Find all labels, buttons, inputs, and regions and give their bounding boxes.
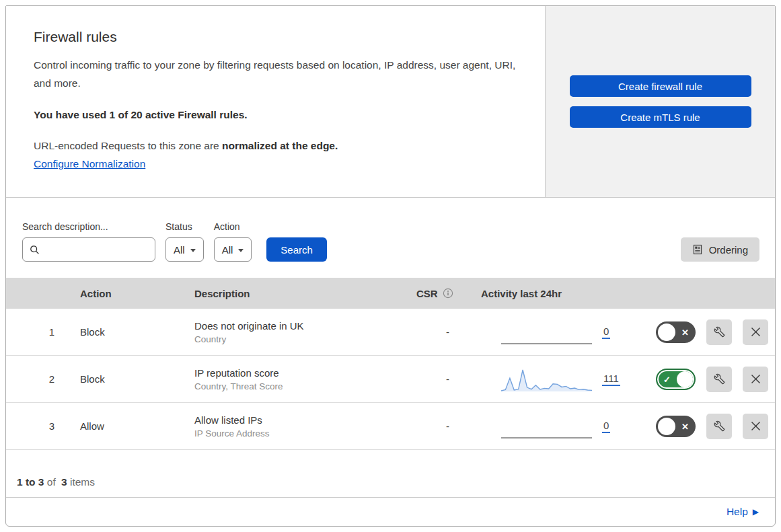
rule-action: Allow <box>67 420 194 432</box>
x-icon: ✕ <box>681 422 689 430</box>
table-row: 2 Block IP reputation score Country, Thr… <box>6 356 775 403</box>
pagination-summary: 1 to 3 of 3 items <box>6 450 775 497</box>
activity-count-link[interactable]: 111 <box>602 373 620 386</box>
filter-bar: Search description... Status All Action … <box>6 198 775 278</box>
search-icon <box>30 245 40 255</box>
table-row: 3 Allow Allow listed IPs IP Source Addre… <box>6 403 775 450</box>
wrench-icon <box>714 420 725 432</box>
check-icon: ✓ <box>663 375 671 383</box>
rule-activity-cell: 111 <box>476 366 630 393</box>
rule-fields: Country, Threat Score <box>194 381 402 391</box>
rule-priority: 3 <box>6 420 67 432</box>
search-label: Search description... <box>22 221 155 232</box>
rule-fields: Country <box>194 334 402 344</box>
activity-column-header: Activity last 24hr <box>476 288 630 299</box>
search-input-box[interactable] <box>22 237 155 262</box>
configure-normalization-link[interactable]: Configure Normalization <box>34 158 145 169</box>
status-dropdown[interactable]: All <box>165 237 204 262</box>
rule-csr-value: - <box>402 373 476 385</box>
delete-rule-button[interactable] <box>743 319 768 345</box>
status-dropdown-value: All <box>174 244 185 256</box>
normalization-bold: normalized at the edge. <box>222 140 338 151</box>
toggle-knob <box>658 324 675 341</box>
rule-description: IP reputation score <box>194 367 402 379</box>
help-link-label: Help <box>727 506 748 518</box>
zero-activity-line <box>501 437 592 439</box>
create-firewall-rule-button[interactable]: Create firewall rule <box>570 75 751 97</box>
page-description: Control incoming traffic to your zone by… <box>34 56 518 92</box>
status-filter-group: Status All <box>165 221 204 262</box>
close-icon <box>751 374 761 384</box>
csr-column-label: CSR <box>416 288 438 299</box>
x-icon: ✕ <box>681 328 689 336</box>
actions-panel: Create firewall rule Create mTLS rule <box>545 6 775 197</box>
table-header: Action Description CSR Activity last 24h… <box>6 278 775 309</box>
rule-csr-value: - <box>402 420 476 432</box>
help-link[interactable]: Help ▶ <box>727 506 759 518</box>
delete-rule-button[interactable] <box>743 414 768 439</box>
description-column-header: Description <box>194 288 402 299</box>
pagination-items: items <box>70 476 95 488</box>
create-mtls-rule-button[interactable]: Create mTLS rule <box>570 106 751 128</box>
action-column-header: Action <box>67 288 194 299</box>
edit-rule-button[interactable] <box>706 367 732 392</box>
rule-enabled-toggle[interactable]: ✓ ✕ <box>656 369 696 390</box>
help-bar: Help ▶ <box>6 497 775 526</box>
rule-description-cell: Allow listed IPs IP Source Address <box>194 414 402 439</box>
search-field-group: Search description... <box>22 221 155 262</box>
rule-fields: IP Source Address <box>194 428 402 439</box>
search-input[interactable] <box>45 243 148 256</box>
rule-action: Block <box>67 326 194 338</box>
chevron-down-icon <box>190 249 196 252</box>
wrench-icon <box>714 326 725 338</box>
ordering-list-icon <box>692 244 703 255</box>
search-button[interactable]: Search <box>266 237 327 262</box>
ordering-button-label: Ordering <box>709 244 748 256</box>
rule-controls: ✓ ✕ <box>630 367 775 392</box>
rule-enabled-toggle[interactable]: ✓ ✕ <box>656 321 696 343</box>
rule-description-cell: IP reputation score Country, Threat Scor… <box>194 367 402 391</box>
rule-controls: ✓ ✕ <box>630 319 775 345</box>
delete-rule-button[interactable] <box>743 367 768 392</box>
edit-rule-button[interactable] <box>706 319 732 345</box>
rule-priority: 1 <box>6 326 67 338</box>
pagination-total: 3 <box>61 476 67 488</box>
arrow-right-icon: ▶ <box>753 508 759 516</box>
table-row: 1 Block Does not originate in UK Country… <box>6 309 775 356</box>
page-title: Firewall rules <box>34 29 518 45</box>
close-icon <box>751 327 761 337</box>
rule-description-cell: Does not originate in UK Country <box>194 320 402 344</box>
toggle-knob <box>658 418 675 435</box>
activity-count-link[interactable]: 0 <box>602 420 610 433</box>
wrench-icon <box>714 373 725 385</box>
rule-csr-value: - <box>402 326 476 338</box>
normalization-notice: URL-encoded Requests to this zone are no… <box>34 140 518 152</box>
action-filter-group: Action All <box>214 221 252 262</box>
ordering-button[interactable]: Ordering <box>681 237 759 262</box>
rule-action: Block <box>67 373 194 385</box>
csr-column-header: CSR <box>402 288 476 299</box>
info-icon[interactable] <box>443 288 453 299</box>
activity-sparkline <box>501 319 592 346</box>
rule-description: Does not originate in UK <box>194 320 402 332</box>
zero-activity-line <box>501 343 592 344</box>
rule-enabled-toggle[interactable]: ✓ ✕ <box>656 416 696 437</box>
firewall-rules-panel: Firewall rules Control incoming traffic … <box>5 5 776 527</box>
rule-controls: ✓ ✕ <box>630 414 775 439</box>
activity-sparkline <box>501 413 592 440</box>
action-dropdown[interactable]: All <box>214 237 252 262</box>
intro-section: Firewall rules Control incoming traffic … <box>6 6 775 198</box>
rule-activity-cell: 0 <box>476 413 630 440</box>
status-label: Status <box>165 221 204 232</box>
rule-description: Allow listed IPs <box>194 414 402 426</box>
close-icon <box>751 421 761 431</box>
usage-notice: You have used 1 of 20 active Firewall ru… <box>34 109 518 121</box>
activity-count-link[interactable]: 0 <box>602 326 610 339</box>
normalization-prefix: URL-encoded Requests to this zone are <box>34 140 222 151</box>
rule-priority: 2 <box>6 373 67 385</box>
activity-sparkline <box>501 366 592 393</box>
toggle-knob <box>677 371 693 387</box>
pagination-range: 1 to 3 <box>17 476 44 488</box>
action-dropdown-value: All <box>222 244 233 256</box>
edit-rule-button[interactable] <box>706 414 732 439</box>
